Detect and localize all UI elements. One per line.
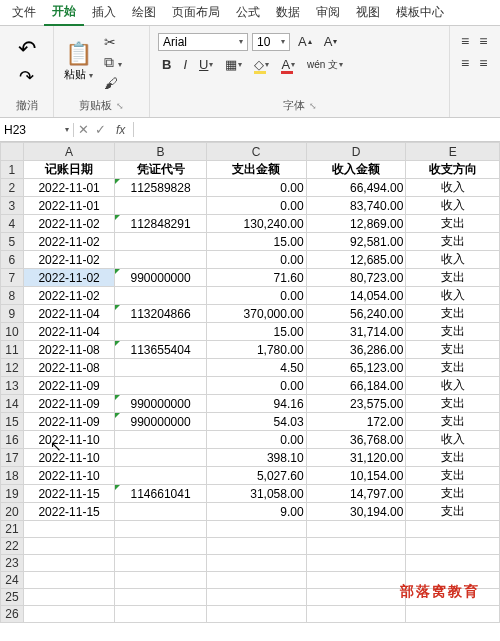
cell[interactable]: 支出 — [406, 413, 500, 431]
cell[interactable] — [206, 589, 306, 606]
cell[interactable]: 支出 — [406, 467, 500, 485]
cell[interactable]: 2022-11-04 — [23, 323, 114, 341]
tab-1[interactable]: 开始 — [44, 0, 84, 26]
cell[interactable]: 支出 — [406, 269, 500, 287]
cell[interactable]: 2022-11-01 — [23, 197, 114, 215]
formula-input[interactable] — [134, 123, 500, 137]
cell[interactable]: 80,723.00 — [306, 269, 406, 287]
cell[interactable] — [115, 467, 206, 485]
tab-2[interactable]: 插入 — [84, 0, 124, 25]
cell[interactable] — [306, 555, 406, 572]
enter-formula-button[interactable]: ✓ — [95, 122, 106, 137]
row-header[interactable]: 26 — [1, 606, 24, 623]
row-header[interactable]: 21 — [1, 521, 24, 538]
cell[interactable]: 31,058.00 — [206, 485, 306, 503]
cell[interactable]: 收入 — [406, 377, 500, 395]
cell[interactable] — [23, 538, 114, 555]
cell[interactable] — [115, 555, 206, 572]
row-header[interactable]: 11 — [1, 341, 24, 359]
cut-button[interactable]: ✂ — [101, 33, 125, 51]
italic-button[interactable]: I — [179, 55, 191, 74]
cell[interactable]: 71.60 — [206, 269, 306, 287]
cell[interactable] — [115, 503, 206, 521]
cell[interactable]: 94.16 — [206, 395, 306, 413]
row-header[interactable]: 14 — [1, 395, 24, 413]
align-center-button[interactable]: ≡ — [476, 54, 490, 72]
cell[interactable] — [115, 287, 206, 305]
cell[interactable] — [115, 377, 206, 395]
cell[interactable]: 990000000 — [115, 269, 206, 287]
tab-0[interactable]: 文件 — [4, 0, 44, 25]
cell[interactable]: 2022-11-10 — [23, 431, 114, 449]
cell[interactable] — [115, 572, 206, 589]
cell[interactable]: 2022-11-08 — [23, 341, 114, 359]
col-header[interactable]: D — [306, 143, 406, 161]
cell[interactable] — [115, 251, 206, 269]
select-all-corner[interactable] — [1, 143, 24, 161]
cell[interactable] — [306, 589, 406, 606]
cell[interactable]: 54.03 — [206, 413, 306, 431]
cell[interactable]: 0.00 — [206, 287, 306, 305]
cell[interactable]: 14,054.00 — [306, 287, 406, 305]
cell[interactable]: 0.00 — [206, 197, 306, 215]
cell[interactable]: 30,194.00 — [306, 503, 406, 521]
cell[interactable]: 990000000 — [115, 395, 206, 413]
align-top-button[interactable]: ≡ — [458, 32, 472, 50]
cell[interactable] — [406, 606, 500, 623]
cell[interactable]: 支出 — [406, 395, 500, 413]
row-header[interactable]: 16 — [1, 431, 24, 449]
cell[interactable]: 支出 — [406, 449, 500, 467]
tab-9[interactable]: 模板中心 — [388, 0, 452, 25]
cell[interactable]: 收入 — [406, 287, 500, 305]
cell[interactable] — [115, 431, 206, 449]
cell[interactable]: 2022-11-01 — [23, 179, 114, 197]
cell[interactable] — [406, 521, 500, 538]
cell[interactable]: 支出 — [406, 503, 500, 521]
undo-button[interactable]: ↶ — [14, 36, 40, 62]
row-header[interactable]: 25 — [1, 589, 24, 606]
cell[interactable]: 2022-11-09 — [23, 377, 114, 395]
row-header[interactable]: 2 — [1, 179, 24, 197]
cell[interactable] — [206, 555, 306, 572]
cell[interactable] — [115, 449, 206, 467]
cell[interactable]: 56,240.00 — [306, 305, 406, 323]
cell[interactable]: 支出 — [406, 341, 500, 359]
cell[interactable]: 收入 — [406, 197, 500, 215]
col-header[interactable]: A — [23, 143, 114, 161]
cell[interactable]: 15.00 — [206, 233, 306, 251]
cell[interactable]: 112848291 — [115, 215, 206, 233]
cell[interactable]: 2022-11-15 — [23, 503, 114, 521]
cell[interactable]: 2022-11-02 — [23, 269, 114, 287]
cell[interactable]: 2022-11-04 — [23, 305, 114, 323]
cell[interactable]: 2022-11-02 — [23, 287, 114, 305]
align-left-button[interactable]: ≡ — [458, 54, 472, 72]
cell[interactable]: 113204866 — [115, 305, 206, 323]
cell[interactable]: 支出 — [406, 323, 500, 341]
tab-7[interactable]: 审阅 — [308, 0, 348, 25]
bold-button[interactable]: B — [158, 55, 175, 74]
border-button[interactable]: ▦ ▾ — [221, 55, 246, 74]
cell[interactable] — [206, 606, 306, 623]
row-header[interactable]: 5 — [1, 233, 24, 251]
cell[interactable]: 398.10 — [206, 449, 306, 467]
cell[interactable]: 0.00 — [206, 179, 306, 197]
font-color-button[interactable]: A ▾ — [277, 55, 299, 74]
cell[interactable]: 2022-11-10 — [23, 467, 114, 485]
col-header[interactable]: C — [206, 143, 306, 161]
cell[interactable] — [206, 538, 306, 555]
fx-icon[interactable]: fx — [112, 123, 129, 137]
cell[interactable] — [206, 521, 306, 538]
table-header-cell[interactable]: 收支方向 — [406, 161, 500, 179]
row-header[interactable]: 10 — [1, 323, 24, 341]
row-header[interactable]: 18 — [1, 467, 24, 485]
cell[interactable]: 65,123.00 — [306, 359, 406, 377]
cell[interactable]: 31,714.00 — [306, 323, 406, 341]
tab-4[interactable]: 页面布局 — [164, 0, 228, 25]
font-size-select[interactable]: 10▾ — [252, 33, 290, 51]
row-header[interactable]: 15 — [1, 413, 24, 431]
cell[interactable]: 14,797.00 — [306, 485, 406, 503]
dialog-launcher-icon[interactable]: ⤡ — [309, 101, 317, 111]
cell[interactable] — [115, 233, 206, 251]
cell[interactable]: 83,740.00 — [306, 197, 406, 215]
cell[interactable]: 114661041 — [115, 485, 206, 503]
